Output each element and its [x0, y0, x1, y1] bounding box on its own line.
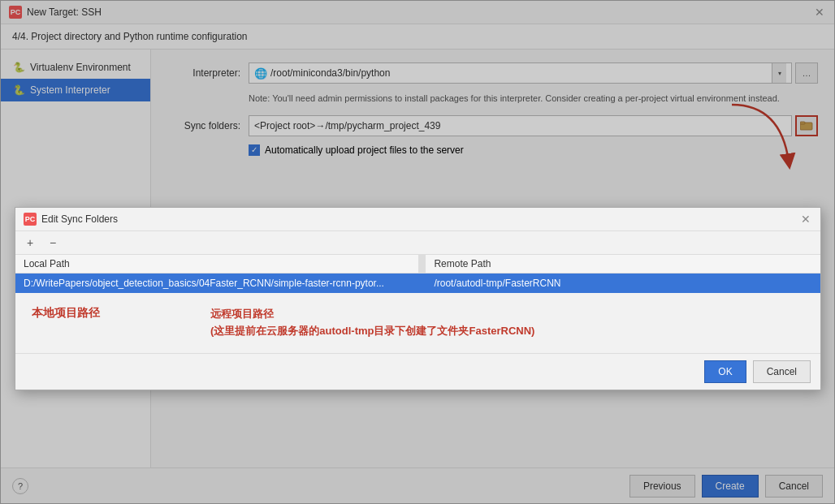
add-row-button[interactable]: + — [22, 235, 38, 251]
annotation-local: 本地项目路径 — [32, 306, 162, 321]
annotation-remote-sub: (这里提前在云服务器的autodl-tmp目录下创建了文件夹FasterRCNN… — [210, 323, 534, 340]
table-header-row: Local Path Remote Path — [15, 255, 820, 274]
dialog-cancel-button[interactable]: Cancel — [753, 360, 811, 383]
edit-sync-folders-dialog: PC Edit Sync Folders ✕ + − Local Path Re… — [15, 207, 821, 390]
sync-folders-table: Local Path Remote Path D:/WritePapers/ob… — [15, 255, 820, 293]
dialog-app-logo: PC — [24, 213, 37, 226]
local-path-cell: D:/WritePapers/object_detection_basics/0… — [15, 274, 418, 294]
dialog-close-button[interactable]: ✕ — [799, 213, 812, 226]
row-divider — [418, 274, 426, 294]
dialog-ok-button[interactable]: OK — [704, 360, 746, 383]
remove-row-button[interactable]: − — [45, 235, 61, 251]
remote-path-cell: /root/autodl-tmp/FasterRCNN — [426, 274, 820, 294]
table-row[interactable]: D:/WritePapers/object_detection_basics/0… — [15, 274, 820, 294]
dialog-bottom: OK Cancel — [15, 353, 820, 390]
annotation-remote: 远程项目路径 — [210, 306, 534, 323]
local-path-header: Local Path — [15, 255, 418, 274]
dialog-title: Edit Sync Folders — [41, 213, 118, 225]
col-divider — [418, 255, 426, 274]
dialog-title-left: PC Edit Sync Folders — [24, 213, 118, 226]
annotation-area: 本地项目路径 远程项目路径 (这里提前在云服务器的autodl-tmp目录下创建… — [15, 293, 820, 353]
dialog-toolbar: + − — [15, 231, 820, 255]
remote-path-header: Remote Path — [426, 255, 820, 274]
dialog-titlebar: PC Edit Sync Folders ✕ — [15, 208, 820, 231]
